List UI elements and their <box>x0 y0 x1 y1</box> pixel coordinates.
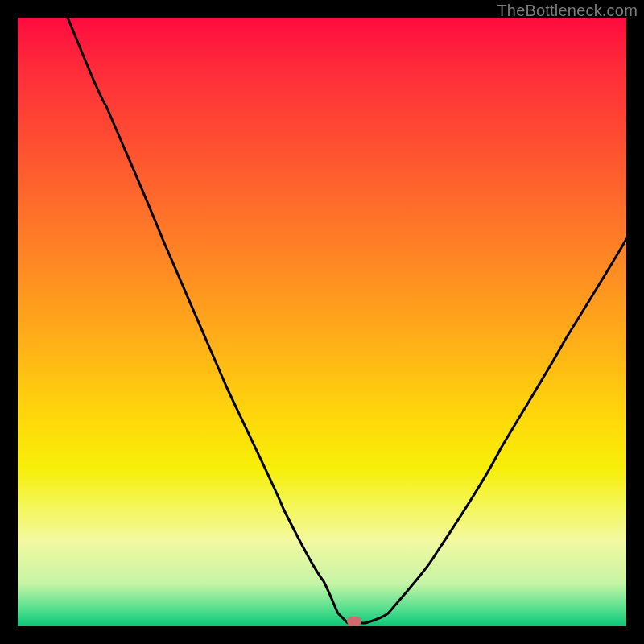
bottleneck-curve <box>68 18 626 623</box>
chart-frame: TheBottleneck.com <box>0 0 644 644</box>
watermark-text: TheBottleneck.com <box>497 2 638 20</box>
minimum-marker <box>347 617 361 626</box>
plot-area <box>18 18 626 626</box>
curve-svg <box>18 18 626 626</box>
